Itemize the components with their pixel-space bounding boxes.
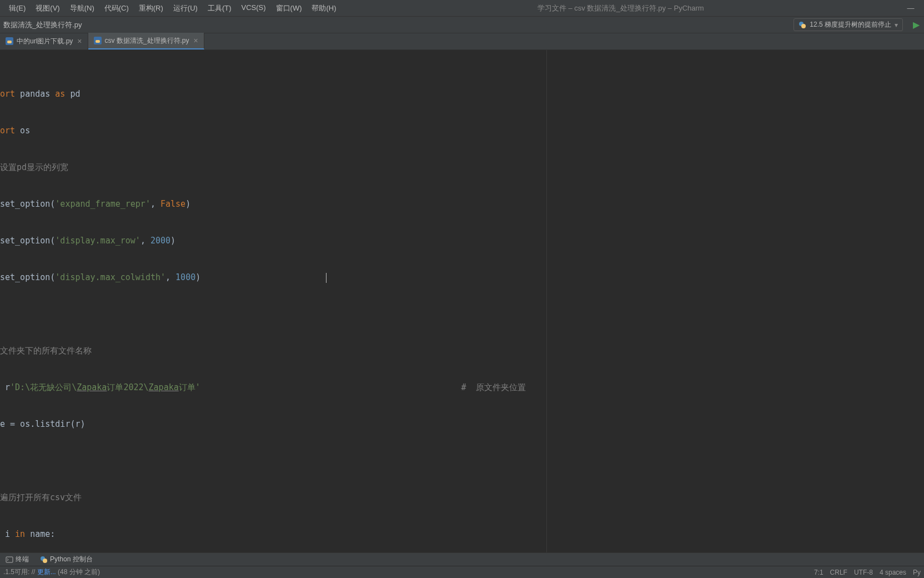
run-config-label: 12.5 梯度提升树的提前停止 xyxy=(810,20,891,29)
minimize-icon[interactable]: — xyxy=(901,4,921,12)
main-menu: 辑(E) 视图(V) 导航(N) 代码(C) 重构(R) 运行(U) 工具(T)… xyxy=(0,2,341,15)
run-config-selector[interactable]: 12.5 梯度提升树的提前停止 ▾ xyxy=(794,18,903,31)
breadcrumb[interactable]: 数据清洗_处理换行符.py xyxy=(0,20,794,30)
menu-code[interactable]: 代码(C) xyxy=(100,2,133,15)
menu-help[interactable]: 帮助(H) xyxy=(307,2,340,15)
python-icon xyxy=(799,21,806,29)
update-link[interactable]: 更新... xyxy=(37,568,56,576)
svg-rect-3 xyxy=(7,41,12,43)
menu-nav[interactable]: 导航(N) xyxy=(66,2,99,15)
status-bar: .1.5可用: // 更新... (48 分钟 之前) 7:1 CRLF UTF… xyxy=(0,566,924,578)
close-icon[interactable]: × xyxy=(77,37,82,46)
tab-label: 中的url图片下载.py xyxy=(17,37,73,46)
menu-run[interactable]: 运行(U) xyxy=(169,2,202,15)
cursor-position[interactable]: 7:1 xyxy=(814,569,823,576)
encoding[interactable]: UTF-8 xyxy=(854,569,873,576)
terminal-panel-button[interactable]: 终端 xyxy=(0,555,34,564)
svg-rect-6 xyxy=(6,557,13,562)
titlebar: 辑(E) 视图(V) 导航(N) 代码(C) 重构(R) 运行(U) 工具(T)… xyxy=(0,0,924,17)
terminal-label: 终端 xyxy=(16,555,29,564)
bottom-tool-strip: 终端 Python 控制台 xyxy=(0,552,924,566)
menu-vcs[interactable]: VCS(S) xyxy=(237,2,270,15)
tab-label: csv 数据清洗_处理换行符.py xyxy=(105,36,189,46)
editor-tabs: 中的url图片下载.py × csv 数据清洗_处理换行符.py × xyxy=(0,33,924,50)
menu-tools[interactable]: 工具(T) xyxy=(203,2,236,15)
python-icon xyxy=(40,556,48,564)
python-file-icon xyxy=(6,37,13,45)
navigation-bar: 数据清洗_处理换行符.py 12.5 梯度提升树的提前停止 ▾ ▶ xyxy=(0,17,924,33)
right-margin-ruler xyxy=(546,50,547,552)
menu-view[interactable]: 视图(V) xyxy=(31,2,64,15)
python-console-label: Python 控制台 xyxy=(50,555,93,564)
tab-url-download[interactable]: 中的url图片下载.py × xyxy=(0,33,88,49)
indent[interactable]: 4 spaces xyxy=(880,569,906,576)
window-controls: — xyxy=(901,4,924,12)
line-separator[interactable]: CRLF xyxy=(830,569,847,576)
terminal-icon xyxy=(6,556,13,564)
run-button[interactable]: ▶ xyxy=(908,19,924,30)
tab-csv-clean[interactable]: csv 数据清洗_处理换行符.py × xyxy=(88,33,204,49)
code-editor[interactable]: ort pandas as pd ort os 设置pd显示的列宽 set_op… xyxy=(0,50,924,552)
menu-window[interactable]: 窗口(W) xyxy=(272,2,307,15)
status-message: .1.5可用: // 更新... (48 分钟 之前) xyxy=(0,567,814,577)
window-title: 学习文件 – csv 数据清洗_处理换行符.py – PyCharm xyxy=(341,3,901,13)
chevron-down-icon: ▾ xyxy=(895,21,898,29)
menu-edit[interactable]: 辑(E) xyxy=(4,2,30,15)
svg-point-1 xyxy=(801,24,806,28)
python-file-icon xyxy=(94,37,102,44)
close-icon[interactable]: × xyxy=(194,36,198,45)
python-console-button[interactable]: Python 控制台 xyxy=(34,555,98,564)
interpreter[interactable]: Py xyxy=(913,569,921,576)
svg-rect-5 xyxy=(96,40,100,43)
cursor xyxy=(326,273,327,283)
svg-point-8 xyxy=(43,559,47,563)
menu-refactor[interactable]: 重构(R) xyxy=(134,2,168,15)
